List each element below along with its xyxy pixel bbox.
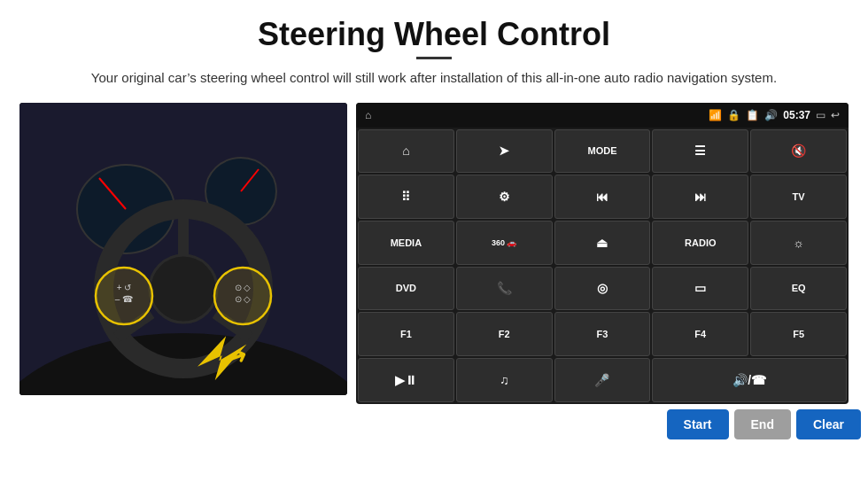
btn-home[interactable]: ⌂ (358, 129, 454, 174)
btn-settings[interactable]: ⚙ (456, 175, 553, 219)
btn-dvd[interactable]: DVD (358, 267, 454, 311)
btn-prev[interactable]: ⏮ (554, 175, 651, 219)
btn-screen[interactable]: ▭ (652, 267, 748, 311)
svg-text:⊙  ◇: ⊙ ◇ (235, 294, 252, 304)
btn-f5[interactable]: F5 (750, 312, 847, 356)
home-nav-icon: ⌂ (365, 109, 371, 121)
btn-navi[interactable]: ◎ (554, 267, 651, 311)
btn-apps[interactable]: ⠿ (358, 175, 454, 219)
btn-playpause[interactable]: ▶⏸ (358, 358, 454, 402)
car-image: + ↺ – ☎ ⊙ ◇ ⊙ ◇ ➜ (19, 103, 347, 395)
btn-f3[interactable]: F3 (554, 312, 651, 356)
clear-button[interactable]: Clear (796, 409, 861, 439)
btn-music[interactable]: ♫ (456, 358, 553, 402)
btn-volphone[interactable]: 🔊/☎ (652, 358, 847, 402)
back-icon: ↩ (831, 109, 840, 121)
svg-text:–  ☎: – ☎ (115, 294, 133, 304)
content-area: + ↺ – ☎ ⊙ ◇ ⊙ ◇ ➜ ⌂ 📶 🔒 📋 🔊 05:37 (0, 103, 868, 404)
btn-mute[interactable]: 🔇 (750, 129, 847, 174)
bluetooth-icon: 🔊 (764, 109, 778, 121)
bottom-controls: Start End Clear (0, 404, 868, 445)
btn-navigate[interactable]: ➤ (456, 129, 553, 174)
svg-point-7 (150, 255, 217, 323)
wifi-icon: 📶 (709, 109, 722, 121)
sim-icon: 📋 (746, 109, 759, 121)
head-unit: ⌂ 📶 🔒 📋 🔊 05:37 ▭ ↩ ⌂ ➤ MODE ☰ 🔇 ⠿ (356, 103, 849, 404)
svg-text:⊙  ◇: ⊙ ◇ (235, 283, 252, 292)
status-bar-right: 📶 🔒 📋 🔊 05:37 ▭ ↩ (709, 109, 840, 121)
btn-mic[interactable]: 🎤 (554, 358, 651, 402)
btn-list[interactable]: ☰ (652, 129, 748, 174)
btn-cam360[interactable]: 360 🚗 (456, 221, 553, 265)
status-bar: ⌂ 📶 🔒 📋 🔊 05:37 ▭ ↩ (356, 103, 849, 128)
btn-brightness[interactable]: ☼ (750, 221, 847, 265)
btn-f2[interactable]: F2 (456, 312, 553, 356)
btn-mode[interactable]: MODE (554, 129, 651, 174)
title-underline (416, 57, 452, 59)
btn-media[interactable]: MEDIA (358, 221, 454, 265)
time-display: 05:37 (783, 109, 810, 121)
btn-eject[interactable]: ⏏ (554, 221, 651, 265)
end-button[interactable]: End (734, 409, 791, 439)
svg-text:+  ↺: + ↺ (117, 283, 132, 292)
status-bar-left: ⌂ (365, 109, 371, 121)
lock-icon: 🔒 (727, 109, 740, 121)
btn-next[interactable]: ⏭ (652, 175, 748, 219)
subtitle: Your original car’s steering wheel contr… (0, 68, 868, 89)
btn-radio[interactable]: RADIO (652, 221, 748, 265)
button-grid: ⌂ ➤ MODE ☰ 🔇 ⠿ ⚙ ⏮ ⏭ TV MEDIA 360 🚗 ⏏ RA… (356, 128, 849, 404)
btn-tv[interactable]: TV (750, 175, 847, 219)
btn-eq[interactable]: EQ (750, 267, 847, 311)
btn-f4[interactable]: F4 (652, 312, 748, 356)
start-button[interactable]: Start (667, 409, 729, 439)
btn-f1[interactable]: F1 (358, 312, 454, 356)
btn-phone[interactable]: 📞 (456, 267, 553, 311)
page-title: Steering Wheel Control (0, 0, 868, 57)
screen-icon: ▭ (816, 109, 825, 121)
